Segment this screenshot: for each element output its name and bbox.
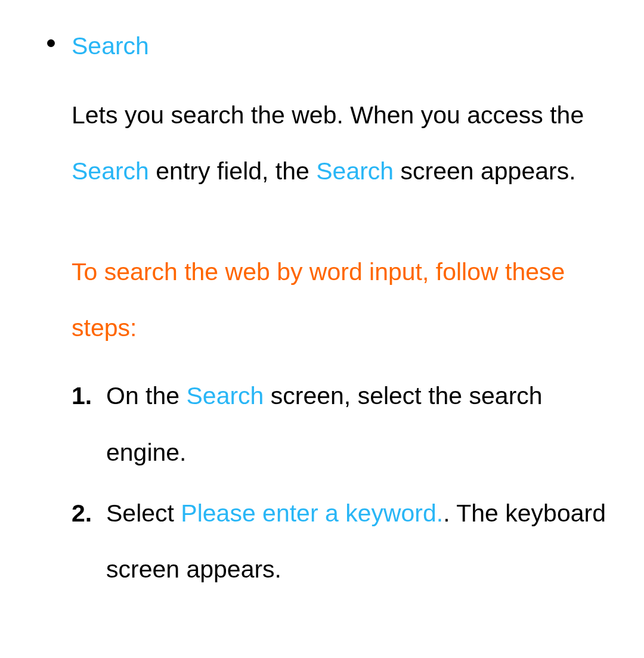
bullet-content: Search Lets you search the web. When you… (72, 18, 615, 598)
desc-text-mid: entry field, the (149, 157, 316, 185)
inline-link-search-3[interactable]: Search (186, 382, 264, 409)
inline-link-search-1[interactable]: Search (72, 157, 149, 185)
inline-link-search-2[interactable]: Search (316, 157, 394, 185)
section-title-link[interactable]: Search (72, 32, 149, 61)
step-number: 2. (72, 485, 92, 541)
desc-text-pre: Lets you search the web. When you access… (72, 101, 584, 129)
steps-intro-heading: To search the web by word input, follow … (72, 244, 615, 356)
inline-link-enter-keyword[interactable]: Please enter a keyword. (181, 499, 443, 527)
bullet-marker-icon (47, 39, 55, 47)
step-item: 1. On the Search screen, select the sear… (106, 368, 615, 480)
ordered-steps-list: 1. On the Search screen, select the sear… (106, 368, 615, 597)
step-text-pre: On the (106, 382, 186, 409)
step-text-pre: Select (106, 499, 181, 527)
section-description: Lets you search the web. When you access… (72, 87, 615, 200)
desc-text-post: screen appears. (394, 157, 575, 185)
bullet-item: Search Lets you search the web. When you… (29, 18, 615, 598)
step-item: 2. Select Please enter a keyword.. The k… (106, 485, 615, 598)
step-number: 1. (72, 368, 92, 424)
